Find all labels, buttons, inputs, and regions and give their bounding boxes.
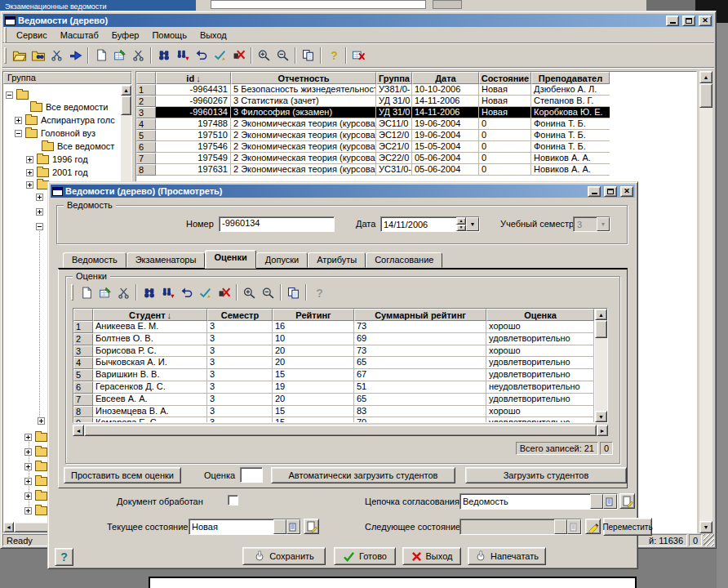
column-header-semester[interactable]: Семестр <box>207 309 273 321</box>
grade-input[interactable] <box>240 467 263 483</box>
scroll-down-arrow[interactable]: ▼ <box>595 411 607 422</box>
close-button[interactable]: ✕ <box>699 16 712 26</box>
column-header-state[interactable]: Состояние <box>479 72 531 84</box>
tree-item-hidden[interactable] <box>36 206 45 217</box>
grades-row[interactable]: 9Комарова Е. С.31570удовлетворительно <box>73 417 607 423</box>
close-grid-icon[interactable] <box>349 47 368 65</box>
tree-item-hidden[interactable] <box>38 415 47 426</box>
edit-table-icon[interactable] <box>110 47 129 65</box>
current-state-small-button[interactable] <box>273 519 286 534</box>
folder-search-icon[interactable] <box>29 47 47 65</box>
delete-icon[interactable] <box>215 283 233 301</box>
set-all-grades-button[interactable]: Проставить всем оценки <box>64 467 181 483</box>
collapse-icon[interactable] <box>6 91 13 99</box>
expand-icon[interactable] <box>24 478 32 485</box>
expand-icon[interactable] <box>24 463 32 470</box>
number-input[interactable]: -9960134 <box>219 216 335 232</box>
zoom-out-icon[interactable] <box>273 47 292 65</box>
print-button[interactable]: Напечатать <box>468 547 546 565</box>
date-dropdown-icon[interactable]: ▼ <box>466 217 479 231</box>
zoom-out-icon[interactable] <box>259 283 277 301</box>
menu-gripper[interactable] <box>4 27 7 43</box>
expand-icon[interactable] <box>26 156 33 163</box>
move-branch-icon[interactable] <box>66 47 85 65</box>
scroll-thumb[interactable] <box>121 96 131 115</box>
help-icon[interactable]: ? <box>324 47 343 65</box>
move-button[interactable]: Переместить <box>603 518 652 536</box>
resize-grip[interactable] <box>704 534 714 546</box>
toolbar-gripper[interactable] <box>71 284 73 301</box>
tab-ocenki[interactable]: Оценки <box>205 250 255 269</box>
next-state-pen-button[interactable] <box>585 519 601 534</box>
table-row[interactable]: 51975102 Экономическая теория (курсовая)… <box>136 130 696 141</box>
tab-ekzamenatory[interactable]: Экзаменаторы <box>127 252 206 268</box>
expand-icon[interactable] <box>24 434 32 441</box>
chain-list-icon[interactable] <box>603 494 617 509</box>
main-vertical-scrollbar[interactable]: ▲ ▼ <box>699 71 712 533</box>
menu-pomosh[interactable]: Помощь <box>145 29 193 42</box>
maximize-button[interactable] <box>682 16 695 26</box>
done-button[interactable]: Готово <box>334 547 396 565</box>
grades-vertical-scrollbar[interactable]: ▲ ▼ <box>595 309 607 422</box>
tree-item-1996[interactable]: 1996 год <box>26 154 88 165</box>
grades-row[interactable]: 2Болтнев О. В.31069удовлетворительно <box>73 333 607 345</box>
tab-soglasovanie[interactable]: Согласование <box>366 252 442 268</box>
undo-icon[interactable] <box>192 47 211 65</box>
scroll-thumb[interactable] <box>595 320 607 338</box>
cut-icon[interactable] <box>129 47 148 65</box>
current-state-edit-button[interactable] <box>304 519 319 534</box>
scroll-up-arrow[interactable]: ▲ <box>121 85 131 96</box>
spin-down-icon[interactable]: ▼ <box>456 225 466 232</box>
minimize-button[interactable] <box>666 16 679 26</box>
tree-item-root[interactable] <box>6 89 32 100</box>
expand-icon[interactable] <box>26 169 33 176</box>
scroll-left-arrow[interactable]: ◄ <box>73 425 84 436</box>
table-row-selected[interactable]: 3-99601343 Философия (экзамен)УД 31/014-… <box>136 107 696 118</box>
column-header-teacher[interactable]: Преподавател <box>531 72 610 84</box>
menu-masshtab[interactable]: Масштаб <box>54 29 105 42</box>
scroll-thumb[interactable] <box>699 83 712 108</box>
scroll-down-arrow[interactable]: ▼ <box>699 521 712 533</box>
expand-icon[interactable] <box>36 194 43 201</box>
tree-item-hidden[interactable] <box>36 220 45 232</box>
tab-atributy[interactable]: Атрибуты <box>308 252 366 268</box>
toolbar-gripper[interactable] <box>4 47 7 64</box>
table-row[interactable]: 41974882 Экономическая теория (курсовая)… <box>136 118 696 130</box>
undo-icon[interactable] <box>177 283 196 301</box>
menu-vyhod[interactable]: Выход <box>193 29 233 42</box>
grades-row[interactable]: 5Варишкин В. В.31567удовлетворительно <box>73 369 607 381</box>
expand-icon[interactable] <box>36 208 43 216</box>
exit-button[interactable]: Выход <box>402 547 461 565</box>
corner-header[interactable] <box>136 72 156 84</box>
chain-combo[interactable]: Ведомость <box>459 493 618 510</box>
corner-header[interactable] <box>73 309 93 321</box>
collapse-icon[interactable] <box>15 130 22 137</box>
load-students-button[interactable]: Загрузить студентов <box>465 467 627 483</box>
edit-table-icon[interactable] <box>95 283 114 301</box>
current-state-combo[interactable]: Новая <box>189 519 301 535</box>
minimize-button[interactable] <box>588 186 601 197</box>
grades-row[interactable]: 4Бычковская А. И.32065удовлетворительно <box>73 357 607 369</box>
chain-small-button[interactable] <box>590 494 603 509</box>
menu-bufer[interactable]: Буфер <box>105 29 146 42</box>
scroll-left-arrow[interactable]: ◄ <box>3 522 14 532</box>
copy-icon[interactable] <box>299 47 317 65</box>
expand-icon[interactable] <box>24 492 32 500</box>
grades-row[interactable]: 8Иноземцева В. А.31583хорошо <box>73 406 607 418</box>
tree-header[interactable]: Группа <box>3 72 131 84</box>
expand-icon[interactable] <box>38 417 45 425</box>
tree-item-all[interactable]: Все ведомости <box>20 101 109 113</box>
scroll-thumb[interactable] <box>84 425 597 436</box>
grades-horizontal-scrollbar[interactable]: ◄ ► <box>73 425 608 436</box>
apply-check-icon[interactable] <box>211 47 229 65</box>
dialog-help-button[interactable]: ? <box>55 548 73 566</box>
zoom-in-icon[interactable] <box>240 283 259 301</box>
table-row[interactable]: 61975462 Экономическая теория (курсовая)… <box>136 141 696 153</box>
date-spinner[interactable]: ▲▼ <box>456 217 466 231</box>
copy-icon[interactable] <box>284 283 303 301</box>
column-header-id[interactable]: id↓ <box>156 72 231 84</box>
table-row[interactable]: 71975492 Экономическая теория (курсовая)… <box>136 153 696 164</box>
column-header-date[interactable]: Дата <box>412 72 479 84</box>
table-row[interactable]: 2-99602673 Статистика (зачет)УД 31/014-1… <box>136 96 696 107</box>
find-icon[interactable] <box>140 283 158 301</box>
